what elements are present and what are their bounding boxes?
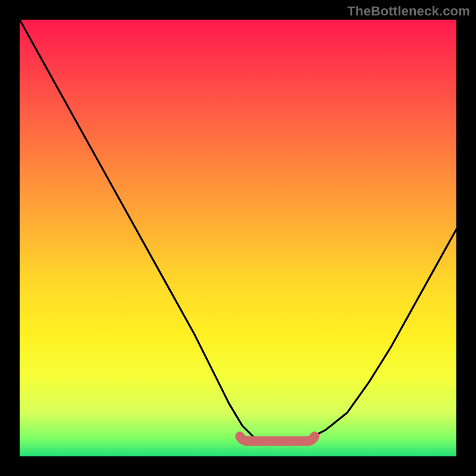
- plot-area: [20, 20, 456, 456]
- optimal-region-marker: [240, 436, 315, 441]
- watermark-text: TheBottleneck.com: [347, 4, 470, 19]
- bottleneck-curve: [20, 20, 456, 443]
- chart-frame: TheBottleneck.com: [0, 0, 476, 476]
- bottleneck-curve-svg: [20, 20, 456, 456]
